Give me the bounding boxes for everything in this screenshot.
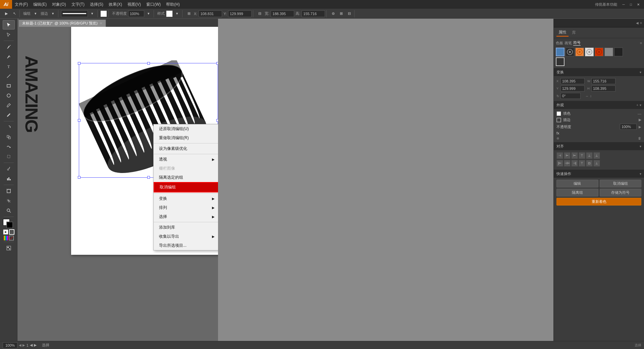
menu-window[interactable]: 窗口(W) (144, 0, 163, 9)
zoom-prev[interactable]: ◀ (19, 343, 21, 347)
symbol-spray-tool[interactable] (3, 164, 15, 174)
align-center-v[interactable]: ⊥ (586, 152, 593, 159)
doc-tab-active[interactable]: 未标题-1 (已校复)* @ 100% (RGB/GPU 预览) ✕ (18, 19, 106, 27)
swatch-selected[interactable] (556, 57, 565, 66)
ctx-redo-ungroup[interactable]: 重做取消编组(R) (154, 133, 218, 142)
stroke-toggle[interactable]: □ (9, 229, 14, 235)
section-appearance-toggle[interactable]: ▾ (640, 103, 641, 107)
handle-mr[interactable] (216, 119, 218, 122)
x-coord-input[interactable] (560, 78, 585, 84)
appearance-duplicate[interactable]: ⊕ (556, 136, 559, 140)
distribute-center-h[interactable]: ⊣⊢ (564, 160, 571, 167)
opacity-expand[interactable]: ▶ (639, 125, 641, 129)
fill-color-indicator[interactable] (556, 111, 561, 116)
rotate-tool[interactable] (3, 123, 15, 132)
qa-edit-btn[interactable]: 编辑 (556, 180, 598, 187)
align-right[interactable]: ⊢ (571, 152, 578, 159)
direct-select-btn[interactable]: ↖ (11, 10, 18, 17)
w-coord-input[interactable] (591, 78, 615, 84)
tab-color[interactable]: 色板 (556, 41, 563, 46)
right-panel-expand[interactable]: ◀ (636, 21, 639, 25)
qa-cancel-edit-btn[interactable]: 取消编组 (600, 180, 642, 187)
artboard-panel-btn[interactable] (3, 243, 15, 253)
paintbrush-tool[interactable] (3, 101, 15, 110)
align-bottom[interactable]: ⊥ (593, 152, 600, 159)
qa-isolate-btn[interactable]: 隔离组 (556, 189, 598, 196)
menu-edit[interactable]: 编辑(E) (31, 0, 49, 9)
ctx-collect-export[interactable]: 收集以导出 ▶ (154, 232, 218, 241)
ellipse-tool[interactable] (3, 91, 15, 100)
zoom-next[interactable]: ▶ (22, 343, 25, 347)
type-tool[interactable]: T (3, 62, 15, 71)
column-graph-tool[interactable] (3, 174, 15, 183)
distribute-left[interactable]: |⊢ (556, 160, 563, 167)
tab-library[interactable]: 库 (570, 29, 578, 36)
direct-select-tool[interactable] (3, 30, 15, 39)
select-tool[interactable] (3, 20, 15, 30)
menu-text[interactable]: 文字(T) (69, 0, 87, 9)
stroke-options-btn[interactable]: ▾ (49, 10, 57, 17)
fill-toggle[interactable]: ■ (3, 229, 8, 235)
fill-color-box[interactable] (100, 10, 107, 17)
swatch-orange[interactable] (575, 48, 584, 56)
appearance-add[interactable]: + (636, 103, 638, 107)
warp-tool[interactable] (3, 142, 15, 152)
qa-save-symbol-btn[interactable]: 存储为符号 (600, 189, 642, 196)
distribute-right[interactable]: ⊣| (571, 160, 578, 167)
swatch-menu-btn[interactable]: ≡ (640, 41, 642, 45)
section-quick-actions-toggle[interactable]: ▾ (640, 172, 641, 176)
style-box[interactable] (166, 10, 173, 17)
ctx-pixel-optimize[interactable]: 设为像素级优化 (154, 144, 218, 153)
align-options[interactable]: ⊟ (345, 10, 353, 17)
distribute-top[interactable]: ⊤ (579, 160, 585, 167)
section-appearance[interactable]: 外观 + ▾ (554, 101, 644, 109)
y-input[interactable] (228, 10, 252, 17)
ctx-add-to-library[interactable]: 添加到库 (154, 223, 218, 232)
handle-tr[interactable] (216, 62, 218, 65)
flip-h-icon[interactable]: ↔ (585, 94, 589, 98)
select-tool-btn[interactable]: ▶ (3, 10, 10, 17)
menu-object[interactable]: 对象(O) (49, 0, 68, 9)
distribute-bottom[interactable]: ⊥ (593, 160, 600, 167)
swatch-red-gear[interactable] (595, 48, 603, 56)
add-anchor-tool[interactable]: + (3, 52, 15, 61)
ctx-transform[interactable]: 变换 ▶ (154, 194, 218, 203)
artboard-prev[interactable]: ◀ (30, 343, 33, 347)
gradient-mode-btn[interactable] (4, 236, 8, 240)
opacity-input[interactable] (128, 10, 144, 17)
menu-file[interactable]: 文件(F) (12, 0, 31, 9)
section-transform-toggle[interactable]: ▾ (640, 70, 641, 74)
swatch-blue[interactable] (556, 48, 565, 56)
size-lock-icon[interactable]: ⊟ (256, 10, 263, 17)
artboard-next[interactable]: ▶ (34, 343, 37, 347)
menu-effect[interactable]: 效果(X) (106, 0, 125, 9)
ctx-select[interactable]: 选择 ▶ (154, 212, 218, 221)
stroke-weight-btn[interactable]: ▾ (89, 10, 96, 17)
rotation-input[interactable] (560, 93, 581, 99)
menu-help[interactable]: 帮助(H) (163, 0, 182, 9)
menu-view[interactable]: 视图(V) (125, 0, 144, 9)
zoom-tool[interactable] (3, 206, 15, 215)
h-coord-input[interactable] (591, 85, 615, 92)
tab-brush[interactable]: 画笔 (565, 41, 572, 46)
ctx-isolate-group[interactable]: 隔离选定的组 (154, 173, 218, 182)
free-transform-tool[interactable] (3, 152, 15, 161)
ctx-export-selection[interactable]: 导出所选项目... (154, 241, 218, 250)
line-tool[interactable] (3, 71, 15, 81)
align-top[interactable]: ⊤ (579, 152, 585, 159)
swatch-gray[interactable] (604, 48, 613, 56)
style-options-btn[interactable]: ▾ (173, 10, 181, 17)
zoom-input[interactable] (3, 342, 17, 348)
tab-close-btn[interactable]: ✕ (100, 21, 102, 25)
distribute-center-v[interactable]: ⊡ (586, 160, 593, 167)
section-quick-actions[interactable]: 快速操作 ▾ (554, 170, 644, 178)
rect-tool[interactable] (3, 81, 15, 91)
maximize-button[interactable]: □ (628, 1, 634, 7)
section-align-toggle[interactable]: ▾ (640, 144, 641, 148)
section-transform[interactable]: 变换 ▾ (554, 68, 644, 76)
ctx-arrange[interactable]: 排列 ▶ (154, 203, 218, 212)
swatch-dark[interactable] (614, 48, 623, 56)
tab-properties[interactable]: 属性 (556, 29, 569, 37)
appearance-trash[interactable]: 🗑 (638, 136, 641, 140)
close-button[interactable]: ✕ (635, 1, 641, 7)
